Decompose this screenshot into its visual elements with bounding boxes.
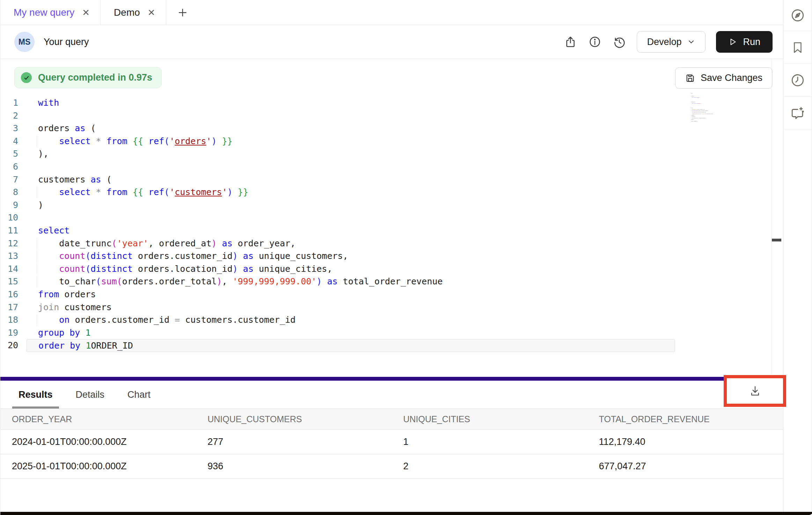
line-content: group by 1 xyxy=(27,327,91,339)
line-content: select xyxy=(27,224,69,237)
code-line[interactable]: 6 xyxy=(0,161,675,173)
code-line[interactable]: 17join customers xyxy=(0,301,675,314)
column-header[interactable]: ORDER_YEAR xyxy=(0,409,196,430)
results-tab-chart[interactable]: Chart xyxy=(127,381,150,409)
line-number: 5 xyxy=(0,148,27,161)
download-results-button[interactable] xyxy=(747,383,763,400)
minimap[interactable]: 1with23orders as (4 select * from {{ ref… xyxy=(690,92,747,131)
code-line[interactable]: 12 date_trunc('year', ordered_at) as ord… xyxy=(0,237,675,250)
code-line[interactable]: 9) xyxy=(0,199,675,212)
results-table: ORDER_YEARUNIQUE_CUSTOMERSUNIQUE_CITIEST… xyxy=(0,409,783,479)
share-icon[interactable] xyxy=(563,35,577,49)
editor-tab[interactable]: Demo✕ xyxy=(101,0,166,25)
code-line[interactable]: 10 xyxy=(0,211,675,224)
line-number: 15 xyxy=(0,275,27,288)
line-number: 8 xyxy=(0,186,27,199)
line-content: customers as ( xyxy=(27,173,112,186)
develop-label: Develop xyxy=(647,37,681,47)
success-check-icon xyxy=(21,72,32,83)
code-line[interactable]: 8 select * from {{ ref('customers') }} xyxy=(0,186,675,199)
line-content xyxy=(27,161,38,173)
close-icon[interactable]: ✕ xyxy=(82,8,90,17)
code-area[interactable]: 1with23orders as (4 select * from {{ ref… xyxy=(0,97,675,352)
editor-tab[interactable]: My new query✕ xyxy=(0,0,100,25)
line-content: ) xyxy=(27,199,43,212)
line-content: on orders.customer_id = customers.custom… xyxy=(27,314,296,327)
code-line[interactable]: 20order by 1ORDER_ID xyxy=(690,120,747,122)
code-line[interactable]: 16from orders xyxy=(0,288,675,301)
save-changes-label: Save Changes xyxy=(701,73,762,83)
results-tab-details[interactable]: Details xyxy=(76,381,105,409)
code-line[interactable]: 13 count(distinct orders.customer_id) as… xyxy=(0,250,675,263)
rail-spacer xyxy=(783,129,812,515)
code-line[interactable]: 18 on orders.customer_id = customers.cus… xyxy=(0,314,675,327)
history-restore-icon[interactable] xyxy=(612,35,626,49)
ai-chat-icon[interactable] xyxy=(783,97,812,129)
new-tab-button[interactable] xyxy=(166,0,199,25)
line-content: with xyxy=(27,97,59,110)
editor-scrollbar-track[interactable] xyxy=(771,59,772,377)
line-number: 18 xyxy=(0,314,27,327)
tab-bar: My new query✕Demo✕ xyxy=(0,0,783,25)
line-content: count(distinct orders.customer_id) as un… xyxy=(27,250,348,263)
line-number: 16 xyxy=(0,288,27,301)
table-row[interactable]: 2024-01-01T00:00:00.000Z2771112,179.40 xyxy=(0,430,783,454)
right-icon-rail xyxy=(783,0,812,515)
save-changes-button[interactable]: Save Changes xyxy=(675,67,773,89)
line-number: 14 xyxy=(0,263,27,276)
line-number: 17 xyxy=(0,301,27,314)
code-line[interactable]: 19group by 1 xyxy=(0,327,675,339)
line-number: 3 xyxy=(0,122,27,135)
close-icon[interactable]: ✕ xyxy=(148,8,155,17)
download-icon xyxy=(749,385,761,397)
line-content xyxy=(27,211,38,224)
line-content: select * from {{ ref('customers') }} xyxy=(27,186,248,199)
status-message: Query completed in 0.97s xyxy=(38,72,152,83)
line-content: ), xyxy=(27,148,49,161)
save-icon xyxy=(685,73,695,83)
column-header[interactable]: UNIQUE_CUSTOMERS xyxy=(196,409,392,430)
line-content: count(distinct orders.location_id) as un… xyxy=(27,263,332,276)
table-cell: 2 xyxy=(392,454,588,479)
line-content: from orders xyxy=(27,288,96,301)
table-cell: 677,047.27 xyxy=(588,454,783,479)
code-line[interactable]: 5), xyxy=(0,148,675,161)
bookmark-icon[interactable] xyxy=(783,31,812,64)
column-header[interactable]: UNIQUE_CITIES xyxy=(392,409,588,430)
line-content: date_trunc('year', ordered_at) as order_… xyxy=(27,237,296,250)
avatar: MS xyxy=(14,32,35,52)
code-line[interactable]: 11select xyxy=(0,224,675,237)
app-window: My new query✕Demo✕ MS Your query xyxy=(0,0,812,515)
line-number: 11 xyxy=(0,224,27,237)
code-line[interactable]: 2 xyxy=(0,110,675,122)
table-row[interactable]: 2025-01-01T00:00:00.000Z9362677,047.27 xyxy=(0,454,783,479)
code-line[interactable]: 1with xyxy=(0,97,675,110)
line-number: 19 xyxy=(0,327,27,339)
scroll-position-marker[interactable] xyxy=(772,239,781,241)
chevron-down-icon xyxy=(687,38,695,46)
develop-dropdown[interactable]: Develop xyxy=(637,31,706,53)
code-line[interactable]: 3orders as ( xyxy=(0,122,675,135)
table-header-row: ORDER_YEARUNIQUE_CUSTOMERSUNIQUE_CITIEST… xyxy=(0,409,783,430)
info-icon[interactable] xyxy=(588,35,602,49)
code-line[interactable]: 4 select * from {{ ref('orders') }} xyxy=(0,135,675,148)
minimap-code: 1with23orders as (4 select * from {{ ref… xyxy=(690,92,747,122)
code-line[interactable]: 14 count(distinct orders.location_id) as… xyxy=(0,263,675,276)
panel-resize-handle[interactable] xyxy=(0,377,783,381)
column-header[interactable]: TOTAL_ORDER_REVENUE xyxy=(588,409,783,430)
query-header: MS Your query xyxy=(0,25,783,59)
compass-icon[interactable] xyxy=(783,0,812,31)
run-button[interactable]: Run xyxy=(716,31,773,53)
play-icon xyxy=(728,37,737,46)
code-line[interactable]: 20order by 1ORDER_ID xyxy=(0,339,675,352)
sql-editor[interactable]: Query completed in 0.97s Save Changes 1w… xyxy=(0,59,783,377)
window-bottom-edge xyxy=(0,512,812,515)
code-line[interactable]: 7customers as ( xyxy=(0,173,675,186)
history-clock-icon[interactable] xyxy=(783,64,812,97)
results-tab-results[interactable]: Results xyxy=(19,381,53,409)
line-number: 12 xyxy=(0,237,27,250)
line-content: order by 1ORDER_ID xyxy=(690,120,747,122)
line-number: 6 xyxy=(0,161,27,173)
code-line[interactable]: 15 to_char(sum(orders.order_total), '999… xyxy=(0,275,675,288)
line-content xyxy=(27,110,38,122)
